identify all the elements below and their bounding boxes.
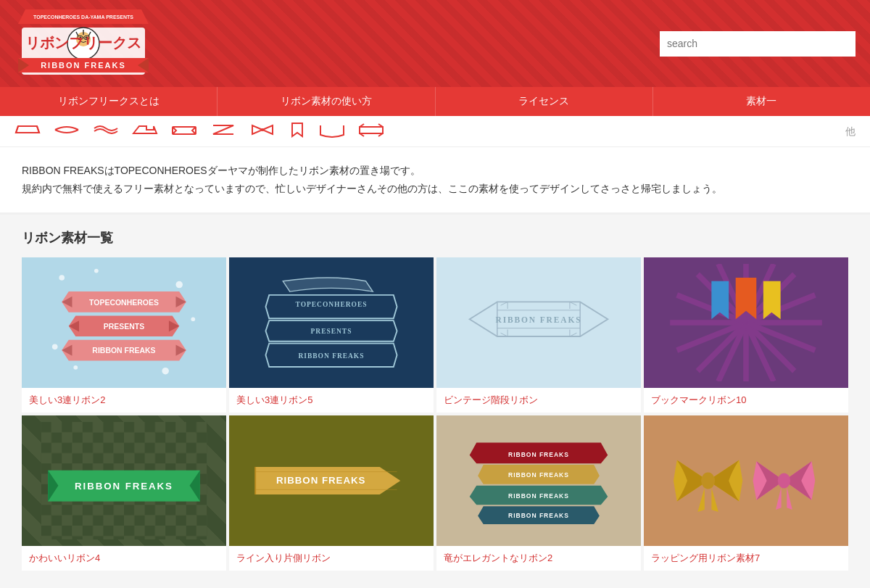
gallery-thumb-1: TOPECONHEROES PRESENTS RIBBON FREAKS [22,257,226,388]
ribbon-icon-step[interactable] [132,123,158,140]
gallery-title: リボン素材一覧 [22,229,848,247]
nav-about[interactable]: リボンフリークスとは [0,87,218,116]
gallery-label-4: ブックマークリボン10 [644,388,848,413]
svg-point-16 [261,128,264,131]
ribbon-icon-curved[interactable] [54,123,80,140]
gallery-thumb-8 [644,415,848,546]
search-input[interactable] [660,31,856,57]
gallery-thumb-3: RIBBON FREAKS [436,257,641,388]
svg-text:RIBBON FREAKS: RIBBON FREAKS [75,481,173,492]
svg-text:RIBBON FREAKS: RIBBON FREAKS [276,475,365,486]
svg-point-24 [162,368,169,375]
svg-text:RIBBON FREAKS: RIBBON FREAKS [508,451,569,458]
svg-point-21 [191,318,195,322]
svg-text:TOPECONHEROES DA-YAMA PRESENTS: TOPECONHEROES DA-YAMA PRESENTS [33,15,133,20]
gallery-thumb-6: RIBBON FREAKS [229,415,434,546]
description-line1: RIBBON FREAKSはTOPECONHEROESダーヤマが制作したリボン素… [22,162,848,180]
gallery-thumb-2: TOPECONHEROES PRESENTS RIBBON FREAKS [229,257,434,388]
gallery-item-3[interactable]: RIBBON FREAKS ビンテージ階段リボン [436,257,641,413]
gallery-thumb-4 [644,257,848,388]
gallery-label-2: 美しい3連リボン5 [229,388,434,413]
gallery-item-4[interactable]: ブックマークリボン10 [644,257,848,413]
site-logo: TOPECONHEROES DA-YAMA PRESENTS [14,6,152,82]
svg-point-22 [52,344,58,350]
svg-text:RIBBON FREAKS: RIBBON FREAKS [508,513,569,520]
gallery-item-1[interactable]: TOPECONHEROES PRESENTS RIBBON FREAKS 美しい… [22,257,226,413]
svg-point-20 [175,281,183,289]
ribbon-icon-banner[interactable] [171,123,197,140]
svg-text:RIBBON FREAKS: RIBBON FREAKS [41,61,126,70]
svg-text:RIBBON FREAKS: RIBBON FREAKS [92,347,155,355]
gallery-item-2[interactable]: TOPECONHEROES PRESENTS RIBBON FREAKS 美しい… [229,257,434,413]
svg-text:PRESENTS: PRESENTS [311,328,352,336]
svg-text:リボンフリークス: リボンフリークス [25,35,141,51]
ribbon-icon-bar: 他 [0,116,870,147]
gallery-thumb-7: RIBBON FREAKS RIBBON FREAKS RIBBON FREAK… [436,415,641,546]
gallery-section: リボン素材一覧 TOPECONHEROES [0,215,870,585]
nav-license[interactable]: ライセンス [436,87,653,116]
svg-text:TOPECONHEROES: TOPECONHEROES [296,301,368,308]
gallery-label-6: ライン入り片側リボン [229,546,434,571]
svg-text:TOPECONHEROES: TOPECONHEROES [89,299,159,307]
ribbon-icon-bow[interactable] [249,123,276,140]
gallery-label-7: 竜がエレガントなリボン2 [436,546,641,571]
gallery-item-8[interactable]: ラッピング用リボン素材7 [644,415,848,571]
gallery-item-7[interactable]: RIBBON FREAKS RIBBON FREAKS RIBBON FREAK… [436,415,641,571]
site-description: RIBBON FREAKSはTOPECONHEROESダーヤマが制作したリボン素… [0,147,870,215]
svg-rect-17 [360,127,383,133]
gallery-label-8: ラッピング用リボン素材7 [644,546,848,571]
svg-text:RIBBON FREAKS: RIBBON FREAKS [299,352,365,360]
svg-text:RIBBON FREAKS: RIBBON FREAKS [495,315,581,324]
main-nav: リボンフリークスとは リボン素材の使い方 ライセンス 素材一 [0,87,870,116]
gallery-thumb-5: RIBBON FREAKS [22,415,226,546]
logo-area: TOPECONHEROES DA-YAMA PRESENTS [14,6,152,82]
nav-how-to-use[interactable]: リボン素材の使い方 [218,87,435,116]
gallery-item-6[interactable]: RIBBON FREAKS ライン入り片側リボン [229,415,434,571]
ribbon-icon-flat[interactable] [14,123,41,140]
gallery-label-3: ビンテージ階段リボン [436,388,641,413]
svg-point-63 [778,473,790,489]
svg-point-19 [94,269,99,273]
nav-materials[interactable]: 素材一 [653,87,870,116]
svg-point-62 [701,473,715,489]
svg-text:RIBBON FREAKS: RIBBON FREAKS [508,492,569,500]
site-header: TOPECONHEROES DA-YAMA PRESENTS [0,0,870,87]
gallery-label-1: 美しい3連リボン2 [22,388,226,413]
ribbon-icon-wavy[interactable] [93,123,119,140]
svg-point-18 [59,276,65,281]
svg-point-23 [73,365,78,370]
ribbon-icon-z[interactable] [210,123,236,140]
ribbon-icon-bookmark[interactable] [289,122,306,141]
ribbon-icon-corner[interactable] [358,123,384,140]
svg-text:RIBBON FREAKS: RIBBON FREAKS [508,472,569,479]
ribbon-icon-other[interactable]: 他 [845,126,856,136]
svg-text:PRESENTS: PRESENTS [104,323,144,331]
description-line2: 規約内で無料で使えるフリー素材となっていますので、忙しいデザイナーさんその他の方… [22,180,848,198]
ribbon-icon-tray[interactable] [319,122,345,141]
gallery-grid: TOPECONHEROES PRESENTS RIBBON FREAKS 美しい… [22,257,848,571]
gallery-item-5[interactable]: RIBBON FREAKS かわいいリボン4 [22,415,226,571]
search-area [660,31,856,57]
gallery-label-5: かわいいリボン4 [22,546,226,571]
